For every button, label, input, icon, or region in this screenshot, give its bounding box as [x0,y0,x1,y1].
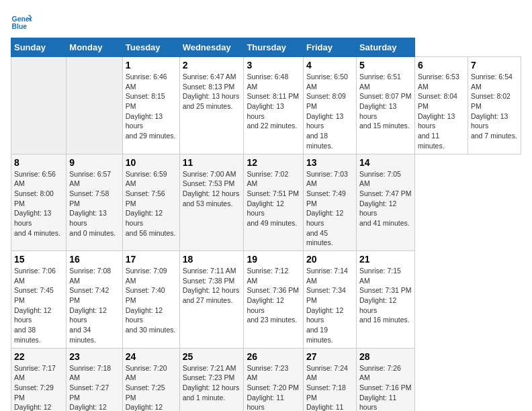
day-number: 11 [183,157,241,168]
day-number: 12 [247,157,300,168]
day-info: Sunrise: 7:06 AM Sunset: 7:45 PM Dayligh… [14,266,63,345]
day-cell-25: 25Sunrise: 7:21 AM Sunset: 7:23 PM Dayli… [179,348,244,411]
day-cell-16: 16Sunrise: 7:08 AM Sunset: 7:42 PM Dayli… [66,251,122,349]
day-info: Sunrise: 6:54 AM Sunset: 8:02 PM Dayligh… [471,72,518,141]
svg-text:Blue: Blue [12,23,28,30]
day-info: Sunrise: 7:00 AM Sunset: 7:53 PM Dayligh… [183,169,241,209]
day-cell-13: 13Sunrise: 7:03 AM Sunset: 7:49 PM Dayli… [303,154,356,251]
calendar-week-3: 22Sunrise: 7:17 AM Sunset: 7:29 PM Dayli… [11,348,521,411]
header-thursday: Thursday [244,38,304,57]
day-number: 19 [247,254,300,265]
header-wednesday: Wednesday [179,38,244,57]
day-cell-4: 4Sunrise: 6:50 AM Sunset: 8:09 PM Daylig… [303,57,356,154]
day-info: Sunrise: 6:47 AM Sunset: 8:13 PM Dayligh… [183,72,241,111]
day-number: 18 [183,254,241,265]
day-number: 1 [126,60,177,71]
day-info: Sunrise: 7:12 AM Sunset: 7:36 PM Dayligh… [247,266,300,325]
day-number: 25 [183,351,241,362]
day-cell-10: 10Sunrise: 6:59 AM Sunset: 7:56 PM Dayli… [122,154,179,251]
day-cell-14: 14Sunrise: 7:05 AM Sunset: 7:47 PM Dayli… [356,154,414,251]
day-info: Sunrise: 7:15 AM Sunset: 7:31 PM Dayligh… [359,266,412,325]
day-number: 20 [306,254,353,265]
day-info: Sunrise: 7:03 AM Sunset: 7:49 PM Dayligh… [306,169,353,248]
day-number: 15 [14,254,63,265]
calendar-header-row: SundayMondayTuesdayWednesdayThursdayFrid… [11,38,521,57]
header-tuesday: Tuesday [122,38,179,57]
day-cell-20: 20Sunrise: 7:14 AM Sunset: 7:34 PM Dayli… [303,251,356,349]
day-info: Sunrise: 7:20 AM Sunset: 7:25 PM Dayligh… [126,363,177,412]
day-cell-1: 1Sunrise: 6:46 AM Sunset: 8:15 PM Daylig… [122,57,179,154]
day-info: Sunrise: 7:18 AM Sunset: 7:27 PM Dayligh… [69,363,119,412]
day-cell-7: 7Sunrise: 6:54 AM Sunset: 8:02 PM Daylig… [468,57,521,154]
day-number: 5 [359,60,412,71]
day-cell-26: 26Sunrise: 7:23 AM Sunset: 7:20 PM Dayli… [244,348,304,411]
day-info: Sunrise: 6:59 AM Sunset: 7:56 PM Dayligh… [126,169,177,238]
header-monday: Monday [66,38,122,57]
day-info: Sunrise: 7:05 AM Sunset: 7:47 PM Dayligh… [359,169,412,228]
calendar-table: SundayMondayTuesdayWednesdayThursdayFrid… [11,38,521,411]
calendar-body: 1Sunrise: 6:46 AM Sunset: 8:15 PM Daylig… [11,57,521,412]
day-info: Sunrise: 6:51 AM Sunset: 8:07 PM Dayligh… [359,72,412,131]
day-cell-15: 15Sunrise: 7:06 AM Sunset: 7:45 PM Dayli… [11,251,66,349]
day-number: 26 [247,351,300,362]
day-cell-23: 23Sunrise: 7:18 AM Sunset: 7:27 PM Dayli… [66,348,122,411]
day-info: Sunrise: 6:56 AM Sunset: 8:00 PM Dayligh… [14,169,63,238]
day-cell-12: 12Sunrise: 7:02 AM Sunset: 7:51 PM Dayli… [244,154,304,251]
day-info: Sunrise: 7:17 AM Sunset: 7:29 PM Dayligh… [14,363,63,412]
day-info: Sunrise: 7:21 AM Sunset: 7:23 PM Dayligh… [183,363,241,403]
day-number: 14 [359,157,412,168]
day-number: 9 [69,157,119,168]
day-number: 23 [69,351,119,362]
day-number: 22 [14,351,63,362]
day-cell-28: 28Sunrise: 7:26 AM Sunset: 7:16 PM Dayli… [356,348,414,411]
header-sunday: Sunday [11,38,66,57]
empty-cell [66,57,122,154]
day-cell-24: 24Sunrise: 7:20 AM Sunset: 7:25 PM Dayli… [122,348,179,411]
day-number: 21 [359,254,412,265]
day-cell-5: 5Sunrise: 6:51 AM Sunset: 8:07 PM Daylig… [356,57,414,154]
day-cell-6: 6Sunrise: 6:53 AM Sunset: 8:04 PM Daylig… [414,57,468,154]
day-number: 6 [418,60,465,71]
day-info: Sunrise: 7:08 AM Sunset: 7:42 PM Dayligh… [69,266,119,345]
day-cell-22: 22Sunrise: 7:17 AM Sunset: 7:29 PM Dayli… [11,348,66,411]
day-number: 16 [69,254,119,265]
day-number: 17 [126,254,177,265]
day-number: 13 [306,157,353,168]
day-cell-21: 21Sunrise: 7:15 AM Sunset: 7:31 PM Dayli… [356,251,414,349]
day-info: Sunrise: 6:50 AM Sunset: 8:09 PM Dayligh… [306,72,353,151]
calendar-week-0: 1Sunrise: 6:46 AM Sunset: 8:15 PM Daylig… [11,57,521,154]
day-info: Sunrise: 6:53 AM Sunset: 8:04 PM Dayligh… [418,72,465,151]
day-info: Sunrise: 7:02 AM Sunset: 7:51 PM Dayligh… [247,169,300,228]
day-info: Sunrise: 7:14 AM Sunset: 7:34 PM Dayligh… [306,266,353,345]
day-number: 7 [471,60,518,71]
day-number: 3 [247,60,300,71]
day-number: 4 [306,60,353,71]
header-friday: Friday [303,38,356,57]
day-cell-11: 11Sunrise: 7:00 AM Sunset: 7:53 PM Dayli… [179,154,244,251]
day-info: Sunrise: 7:26 AM Sunset: 7:16 PM Dayligh… [359,363,412,412]
day-info: Sunrise: 6:46 AM Sunset: 8:15 PM Dayligh… [126,72,177,141]
empty-cell [11,57,66,154]
day-number: 2 [183,60,241,71]
day-number: 10 [126,157,177,168]
day-cell-18: 18Sunrise: 7:11 AM Sunset: 7:38 PM Dayli… [179,251,244,349]
day-info: Sunrise: 7:09 AM Sunset: 7:40 PM Dayligh… [126,266,177,335]
day-info: Sunrise: 6:48 AM Sunset: 8:11 PM Dayligh… [247,72,300,131]
day-cell-27: 27Sunrise: 7:24 AM Sunset: 7:18 PM Dayli… [303,348,356,411]
day-cell-19: 19Sunrise: 7:12 AM Sunset: 7:36 PM Dayli… [244,251,304,349]
header-saturday: Saturday [356,38,414,57]
day-info: Sunrise: 7:11 AM Sunset: 7:38 PM Dayligh… [183,266,241,306]
day-cell-3: 3Sunrise: 6:48 AM Sunset: 8:11 PM Daylig… [244,57,304,154]
day-info: Sunrise: 7:24 AM Sunset: 7:18 PM Dayligh… [306,363,353,412]
day-cell-17: 17Sunrise: 7:09 AM Sunset: 7:40 PM Dayli… [122,251,179,349]
day-cell-9: 9Sunrise: 6:57 AM Sunset: 7:58 PM Daylig… [66,154,122,251]
day-info: Sunrise: 6:57 AM Sunset: 7:58 PM Dayligh… [69,169,119,238]
day-number: 28 [359,351,412,362]
page-header: General Blue [11,11,521,32]
logo: General Blue [11,11,35,32]
day-number: 24 [126,351,177,362]
day-cell-2: 2Sunrise: 6:47 AM Sunset: 8:13 PM Daylig… [179,57,244,154]
calendar-week-2: 15Sunrise: 7:06 AM Sunset: 7:45 PM Dayli… [11,251,521,349]
day-number: 27 [306,351,353,362]
day-cell-8: 8Sunrise: 6:56 AM Sunset: 8:00 PM Daylig… [11,154,66,251]
